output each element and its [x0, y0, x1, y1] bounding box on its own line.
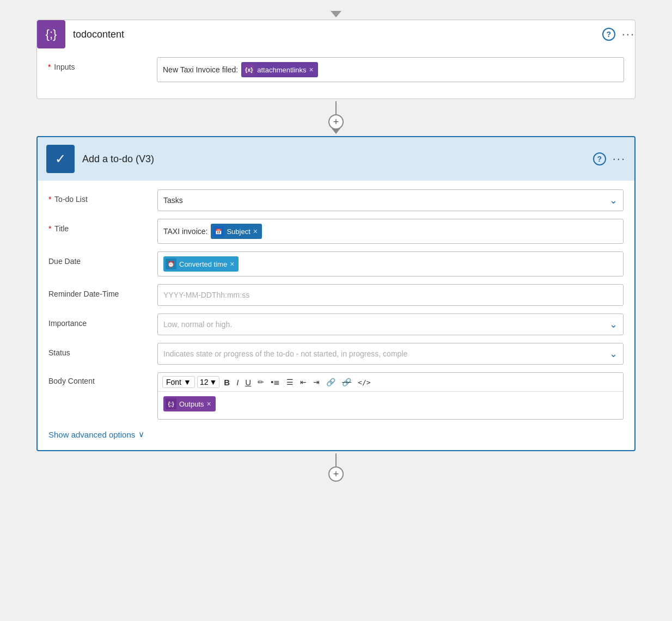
outputs-token-close[interactable]: ×: [207, 399, 211, 408]
todocontent-card-title: todocontent: [73, 29, 602, 40]
reminder-field-row: Reminder Date-Time YYYY-MM-DDThh:mm:ss: [48, 284, 624, 306]
importance-dropdown-arrow: ⌄: [609, 318, 618, 330]
importance-field-row: Importance Low, normal or high. ⌄: [48, 313, 624, 335]
top-arrow-indicator: [331, 11, 341, 20]
inputs-control[interactable]: New Taxi Invoice filed: {x} attachmentli…: [157, 57, 624, 82]
todo-card: ✓ Add a to-do (V3) ? ··· * To-do List Ta…: [36, 136, 636, 451]
clock-token-icon: ⏰: [166, 259, 176, 269]
todo-list-dropdown[interactable]: Tasks ⌄: [157, 189, 624, 211]
attachmentlinks-token-label: attachmentlinks: [257, 66, 306, 74]
font-size-select[interactable]: 12 ▼: [197, 376, 219, 388]
underline-button[interactable]: U: [243, 377, 253, 388]
todocontent-help-icon[interactable]: ?: [602, 28, 615, 41]
title-field-row: * Title TAXI invoice: 📅 Subject ×: [48, 219, 624, 244]
code-button[interactable]: </>: [356, 377, 372, 388]
connector-line-top: [335, 101, 337, 114]
title-prefix-text: TAXI invoice:: [163, 227, 207, 236]
status-dropdown[interactable]: Indicates state or progress of the to-do…: [157, 343, 624, 365]
body-content-label: Body Content: [48, 372, 157, 385]
importance-dropdown[interactable]: Low, normal or high. ⌄: [157, 313, 624, 335]
todo-more-icon[interactable]: ···: [613, 152, 626, 166]
connector-arrow: [332, 128, 340, 134]
status-label: Status: [48, 343, 157, 357]
outputs-token[interactable]: {;} Outputs ×: [163, 396, 216, 411]
reminder-placeholder: YYYY-MM-DDThh:mm:ss: [163, 291, 249, 299]
subject-token-icon: 📅: [213, 226, 224, 237]
link-button[interactable]: 🔗: [324, 377, 338, 388]
todocontent-header-actions: ? ···: [602, 27, 635, 41]
bottom-add-step-button[interactable]: +: [328, 466, 344, 482]
status-field-row: Status Indicates state or progress of th…: [48, 343, 624, 365]
numbered-list-button[interactable]: ☰: [284, 377, 296, 388]
subject-token[interactable]: 📅 Subject ×: [211, 224, 262, 239]
due-date-label: Due Date: [48, 251, 157, 266]
todo-card-header: ✓ Add a to-do (V3) ? ···: [38, 137, 634, 181]
pen-button[interactable]: ✏: [255, 377, 266, 388]
body-content-toolbar: Font ▼ 12 ▼ B I: [158, 373, 623, 392]
inputs-text: New Taxi Invoice filed:: [163, 65, 238, 74]
show-advanced-button[interactable]: Show advanced options ∨: [48, 427, 144, 441]
add-step-button[interactable]: +: [328, 114, 344, 130]
todo-list-field-row: * To-do List Tasks ⌄: [48, 189, 624, 211]
status-placeholder: Indicates state or progress of the to-do…: [163, 349, 407, 358]
down-arrow-icon: [331, 11, 341, 17]
todo-icon-symbol: ✓: [55, 151, 66, 167]
subject-token-label: Subject: [227, 228, 250, 236]
todo-list-dropdown-arrow: ⌄: [609, 194, 618, 206]
inputs-field-row: * Inputs New Taxi Invoice filed: {x} att…: [48, 57, 624, 82]
due-date-control[interactable]: ⏰ Converted time ×: [157, 251, 624, 276]
status-dropdown-arrow: ⌄: [609, 348, 618, 360]
unlink-button[interactable]: 🔗: [340, 377, 353, 388]
title-control[interactable]: TAXI invoice: 📅 Subject ×: [157, 219, 624, 244]
font-size-dropdown-icon: ▼: [209, 378, 217, 386]
bottom-connector-line: [335, 453, 337, 466]
outputs-token-icon: {;}: [166, 398, 176, 409]
todocontent-card-header: {;} todocontent ? ···: [37, 20, 635, 48]
title-label: * Title: [48, 219, 157, 233]
indent-button[interactable]: ⇥: [311, 377, 322, 388]
reminder-label: Reminder Date-Time: [48, 284, 157, 298]
body-content-area[interactable]: {;} Outputs ×: [158, 392, 623, 419]
font-dropdown-icon: ▼: [184, 378, 191, 386]
attachmentlinks-token-close[interactable]: ×: [309, 65, 314, 74]
converted-time-token[interactable]: ⏰ Converted time ×: [163, 256, 239, 272]
italic-button[interactable]: I: [234, 377, 241, 388]
token-icon-curly: {x}: [243, 64, 254, 75]
bold-button[interactable]: B: [222, 377, 232, 388]
importance-placeholder: Low, normal or high.: [163, 320, 232, 329]
font-select-label: Font: [166, 378, 181, 386]
todo-card-title: Add a to-do (V3): [82, 153, 593, 165]
todo-help-icon[interactable]: ?: [593, 152, 606, 165]
bottom-connector: +: [328, 453, 344, 482]
todo-list-label: * To-do List: [48, 189, 157, 204]
converted-time-token-close[interactable]: ×: [230, 260, 234, 268]
todocontent-card-body: * Inputs New Taxi Invoice filed: {x} att…: [37, 48, 635, 99]
todo-list-value: Tasks: [163, 196, 183, 205]
font-size-value: 12: [200, 378, 209, 386]
body-content-wrapper: Font ▼ 12 ▼ B I: [157, 372, 624, 420]
todocontent-card: {;} todocontent ? ··· * Inputs New Taxi …: [36, 20, 636, 99]
body-content-field-row: Body Content Font ▼ 12 ▼ B: [48, 372, 624, 420]
todocontent-icon-symbol: {;}: [46, 27, 57, 41]
outdent-button[interactable]: ⇤: [298, 377, 309, 388]
converted-time-token-label: Converted time: [179, 260, 227, 268]
todo-card-body: * To-do List Tasks ⌄ * Title TAXI invoic…: [38, 181, 634, 450]
todo-header-actions: ? ···: [593, 152, 626, 166]
outputs-token-label: Outputs: [179, 400, 204, 408]
show-advanced-label: Show advanced options: [48, 430, 135, 439]
due-date-field-row: Due Date ⏰ Converted time ×: [48, 251, 624, 276]
inputs-label: * Inputs: [48, 57, 157, 71]
todocontent-icon: {;}: [37, 20, 65, 48]
reminder-control[interactable]: YYYY-MM-DDThh:mm:ss: [157, 284, 624, 306]
attachmentlinks-token[interactable]: {x} attachmentlinks ×: [241, 62, 318, 77]
todo-icon: ✓: [46, 145, 75, 173]
show-advanced-chevron-icon: ∨: [138, 429, 144, 439]
bullet-list-button[interactable]: •≣: [268, 377, 282, 388]
connector-between-cards: +: [328, 101, 344, 134]
todocontent-more-icon[interactable]: ···: [622, 27, 635, 41]
font-select[interactable]: Font ▼: [162, 376, 195, 388]
importance-label: Importance: [48, 313, 157, 328]
subject-token-close[interactable]: ×: [253, 227, 258, 236]
